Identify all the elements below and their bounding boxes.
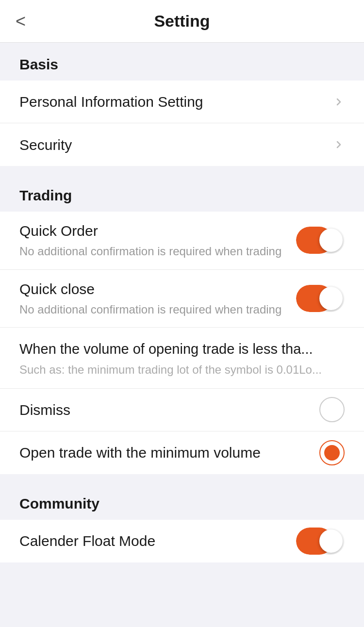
- security-label: Security: [19, 135, 333, 154]
- gap-2: [0, 474, 364, 482]
- basis-items: Personal Information Setting Security: [0, 81, 364, 166]
- quick-order-sublabel: No additional confirmation is required w…: [19, 243, 296, 260]
- open-trade-min-item[interactable]: Open trade with the minimum volume: [0, 431, 364, 474]
- open-trade-min-label: Open trade with the minimum volume: [19, 443, 319, 462]
- trading-items: Quick Order No additional confirmation i…: [0, 212, 364, 474]
- personal-info-label: Personal Information Setting: [19, 92, 333, 111]
- trading-section: Trading Quick Order No additional confir…: [0, 174, 364, 474]
- personal-info-item[interactable]: Personal Information Setting: [0, 81, 364, 123]
- trading-section-header: Trading: [0, 174, 364, 212]
- quick-close-item: Quick close No additional confirmation i…: [0, 270, 364, 328]
- calendar-float-label: Calender Float Mode: [19, 531, 296, 550]
- quick-order-toggle[interactable]: [296, 227, 345, 254]
- calendar-float-toggle[interactable]: [296, 528, 345, 555]
- trading-label: Trading: [19, 187, 72, 203]
- page-title: Setting: [154, 12, 210, 31]
- community-label: Community: [19, 495, 99, 512]
- quick-close-sublabel: No additional confirmation is required w…: [19, 301, 296, 318]
- radio-inner-dot: [324, 445, 340, 461]
- back-button[interactable]: <: [16, 13, 26, 30]
- dismiss-radio[interactable]: [319, 397, 345, 422]
- community-section-header: Community: [0, 482, 364, 520]
- gap-1: [0, 166, 364, 174]
- quick-order-item: Quick Order No additional confirmation i…: [0, 212, 364, 270]
- volume-note-label: When the volume of opening trade is less…: [19, 339, 345, 359]
- dismiss-label: Dismiss: [19, 400, 319, 419]
- quick-order-label: Quick Order: [19, 221, 296, 240]
- open-trade-min-radio[interactable]: [319, 440, 345, 465]
- quick-close-label: Quick close: [19, 280, 296, 298]
- community-section: Community Calender Float Mode: [0, 482, 364, 562]
- dismiss-item[interactable]: Dismiss: [0, 389, 364, 431]
- basis-section-header: Basis: [0, 43, 364, 81]
- volume-note-sublabel: Such as: the minimum trading lot of the …: [19, 363, 345, 377]
- basis-label: Basis: [19, 56, 58, 72]
- chevron-right-icon: [333, 96, 345, 108]
- basis-section: Basis Personal Information Setting Secur…: [0, 43, 364, 166]
- community-items: Calender Float Mode: [0, 520, 364, 562]
- volume-note-item: When the volume of opening trade is less…: [0, 328, 364, 389]
- chevron-right-icon: [333, 139, 345, 150]
- header: < Setting: [0, 0, 364, 43]
- quick-close-toggle[interactable]: [296, 285, 345, 312]
- security-item[interactable]: Security: [0, 123, 364, 166]
- calendar-float-item: Calender Float Mode: [0, 520, 364, 562]
